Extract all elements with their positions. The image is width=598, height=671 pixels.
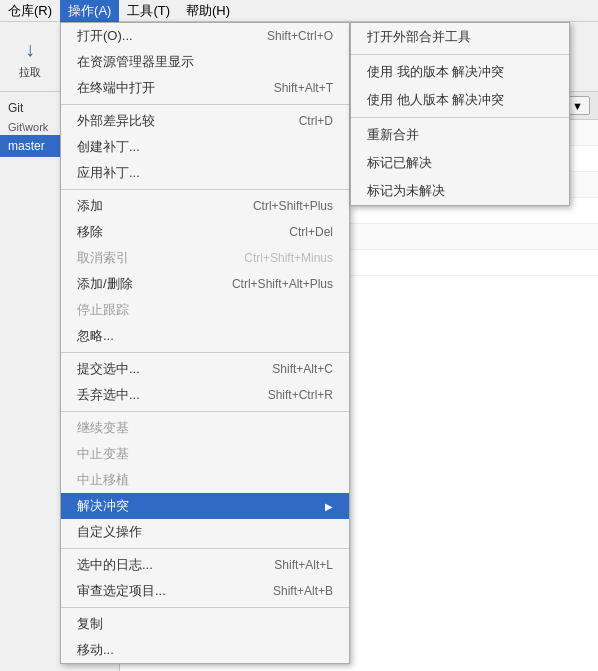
menu-selected-log[interactable]: 选中的日志... Shift+Alt+L [61, 552, 349, 578]
menu-sep-4 [61, 411, 349, 412]
menu-sep-2 [61, 189, 349, 190]
menu-show-explorer[interactable]: 在资源管理器里显示 [61, 49, 349, 75]
menu-diff[interactable]: 外部差异比较 Ctrl+D [61, 108, 349, 134]
submenu-use-theirs[interactable]: 使用 他人版本 解决冲突 [351, 86, 569, 114]
menu-apply-patch[interactable]: 应用补丁... [61, 160, 349, 186]
submenu-mark-unresolved[interactable]: 标记为未解决 [351, 177, 569, 205]
submenu-use-mine[interactable]: 使用 我的版本 解决冲突 [351, 58, 569, 86]
menu-continue-rebase: 继续变基 [61, 415, 349, 441]
menu-open-terminal[interactable]: 在终端中打开 Shift+Alt+T [61, 75, 349, 101]
menu-abort-graft: 中止移植 [61, 467, 349, 493]
menu-remove[interactable]: 移除 Ctrl+Del [61, 219, 349, 245]
submenu-open-merge-tool[interactable]: 打开外部合并工具 [351, 23, 569, 51]
submenu-resolve-conflict: 打开外部合并工具 使用 我的版本 解决冲突 使用 他人版本 解决冲突 重新合并 … [350, 22, 570, 206]
menu-create-patch[interactable]: 创建补丁... [61, 134, 349, 160]
menu-add[interactable]: 添加 Ctrl+Shift+Plus [61, 193, 349, 219]
menu-custom-action[interactable]: 自定义操作 [61, 519, 349, 545]
submenu-remerge[interactable]: 重新合并 [351, 121, 569, 149]
submenu-sep-1 [351, 54, 569, 55]
menu-actions[interactable]: 操作(A) [60, 0, 119, 22]
pull-icon: ↓ [14, 33, 46, 65]
menu-tools[interactable]: 工具(T) [119, 0, 178, 22]
menu-move[interactable]: 移动... [61, 637, 349, 663]
menu-discard-selected[interactable]: 丢弃选中... Shift+Ctrl+R [61, 382, 349, 408]
menu-sep-5 [61, 548, 349, 549]
menu-sep-3 [61, 352, 349, 353]
menu-bar: 仓库(R) 操作(A) 工具(T) 帮助(H) [0, 0, 598, 22]
submenu-arrow-icon: ▶ [325, 501, 333, 512]
menu-sep-1 [61, 104, 349, 105]
menu-sep-6 [61, 607, 349, 608]
menu-help[interactable]: 帮助(H) [178, 0, 238, 22]
menu-add-remove[interactable]: 添加/删除 Ctrl+Shift+Alt+Plus [61, 271, 349, 297]
menu-unstage: 取消索引 Ctrl+Shift+Minus [61, 245, 349, 271]
submenu-sep-2 [351, 117, 569, 118]
menu-repo[interactable]: 仓库(R) [0, 0, 60, 22]
sort-dropdown-icon: ▼ [572, 100, 583, 112]
menu-review-selected[interactable]: 审查选定项目... Shift+Alt+B [61, 578, 349, 604]
menu-ignore[interactable]: 忽略... [61, 323, 349, 349]
toolbar-pull[interactable]: ↓ 拉取 [10, 33, 50, 80]
menu-resolve-conflict[interactable]: 解决冲突 ▶ [61, 493, 349, 519]
menu-commit-selected[interactable]: 提交选中... Shift+Alt+C [61, 356, 349, 382]
menu-open[interactable]: 打开(O)... Shift+Ctrl+O [61, 23, 349, 49]
dropdown-menu: 打开(O)... Shift+Ctrl+O 在资源管理器里显示 在终端中打开 S… [60, 22, 350, 664]
menu-stop-track: 停止跟踪 [61, 297, 349, 323]
menu-abort-rebase: 中止变基 [61, 441, 349, 467]
submenu-mark-resolved[interactable]: 标记已解决 [351, 149, 569, 177]
menu-copy[interactable]: 复制 [61, 611, 349, 637]
